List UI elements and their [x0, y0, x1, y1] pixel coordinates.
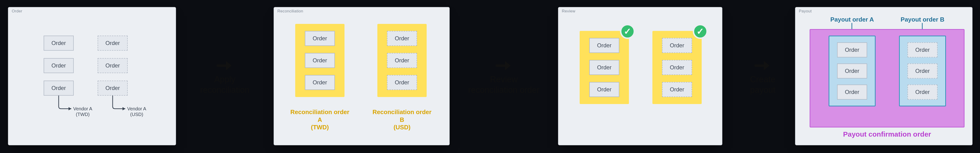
- order-box-dashed: Order: [387, 75, 417, 90]
- vendor-arrow-a: [59, 96, 73, 110]
- order-box: Order: [589, 82, 619, 97]
- order-box-dashed: Order: [662, 60, 692, 75]
- order-box: Order: [589, 38, 619, 53]
- order-box-dashed: Order: [662, 82, 692, 97]
- payout-col-a: Order Order Order: [829, 36, 875, 106]
- stage-order: Order Order Order Order Order Order Orde…: [8, 7, 176, 145]
- review-group-b: Order Order Order: [652, 31, 702, 104]
- vendor-label-a: Vendor A (TWD): [73, 106, 92, 117]
- stage-order-title: Order: [12, 9, 22, 14]
- order-box: Order: [44, 58, 74, 73]
- order-box: Order: [837, 63, 867, 79]
- order-box-dashed: Order: [98, 58, 128, 73]
- stage-payout-title: Payout: [799, 9, 812, 14]
- order-box-dashed: Order: [907, 85, 937, 99]
- stage-review: Review Order Order Order ✓ Order Order O…: [558, 7, 722, 145]
- order-box: Order: [44, 36, 74, 50]
- payout-bottom-caption: Payout confirmation order: [835, 130, 939, 138]
- stage-recon-title: Reconciliation: [277, 9, 303, 14]
- order-box-dashed: Order: [907, 63, 937, 79]
- arrow-right-icon: [496, 58, 512, 76]
- check-icon: ✓: [693, 24, 708, 39]
- order-col-solid: Order Order Order: [44, 36, 74, 96]
- order-col-dashed: Order Order Order: [98, 36, 128, 96]
- stage-recon: Reconciliation Order Order Order Reconci…: [274, 7, 450, 145]
- recon-group-a: Order Order Order: [295, 24, 345, 97]
- order-box: Order: [589, 60, 619, 75]
- order-box-dashed: Order: [387, 31, 417, 46]
- review-group-a: Order Order Order: [580, 31, 629, 104]
- stage-review-title: Review: [562, 9, 576, 14]
- order-box: Order: [837, 43, 867, 57]
- payout-caption-a: Payout order A: [824, 16, 880, 23]
- recon-group-b: Order Order Order: [377, 24, 426, 97]
- recon-caption-a: Reconciliation order A (TWD): [290, 108, 350, 131]
- arrow-right-icon: [216, 58, 233, 76]
- stage-payout: Payout Payout order A Payout order B Ord…: [795, 7, 972, 145]
- order-box-dashed: Order: [98, 36, 128, 50]
- order-box-dashed: Order: [387, 53, 417, 68]
- order-box: Order: [837, 85, 867, 99]
- order-box: Order: [44, 80, 74, 96]
- order-box-dashed: Order: [98, 80, 128, 96]
- payout-col-b: Order Order Order: [899, 36, 946, 106]
- vendor-label-b: Vendor A (USD): [127, 106, 146, 117]
- arrow-right-icon: [754, 58, 771, 76]
- order-box: Order: [305, 53, 335, 68]
- step-create-payout: Create payout: [740, 74, 785, 95]
- order-box-dashed: Order: [907, 43, 937, 57]
- vendor-arrow-b: [113, 96, 127, 110]
- step-review-recon: Review reconciliation order: [462, 74, 546, 95]
- order-box-dashed: Order: [662, 38, 692, 53]
- recon-caption-b: Reconciliation order B (USD): [371, 108, 433, 131]
- step-apply-recon: Apply reconciliation: [195, 74, 255, 95]
- order-box: Order: [305, 31, 335, 46]
- payout-caption-b: Payout order B: [894, 16, 951, 23]
- check-icon: ✓: [620, 24, 635, 39]
- order-box: Order: [305, 75, 335, 90]
